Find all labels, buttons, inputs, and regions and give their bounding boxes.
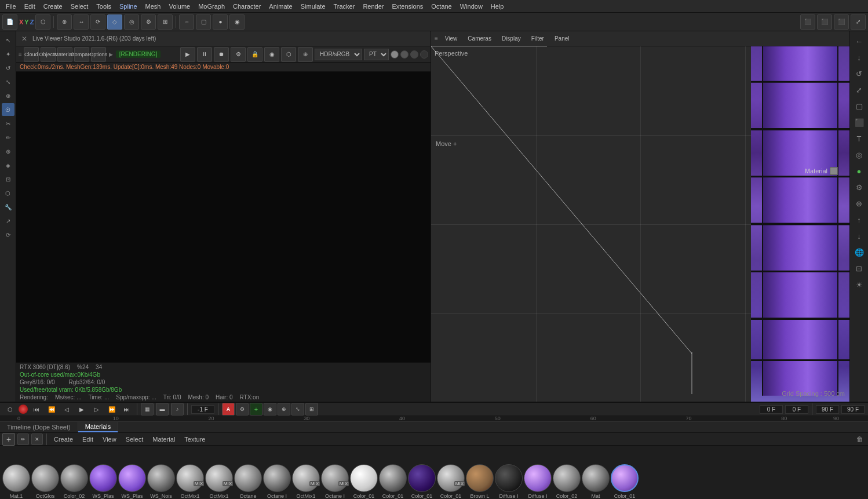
viewer-compare-btn[interactable]: Compare [74,47,89,62]
prev-frame-btn[interactable]: ⏪ [45,403,58,416]
right-sun-icon[interactable]: ☀ [852,277,867,292]
menu-render[interactable]: Render [359,2,387,11]
right-upload-icon[interactable]: ↑ [852,212,867,227]
add-material-btn[interactable]: + [2,433,15,446]
right-crop-icon[interactable]: ⊡ [852,261,867,276]
material-item-11[interactable]: MIXOctane I [321,464,349,499]
play-forward-btn[interactable]: ▷ [90,403,103,416]
mat-menu-edit[interactable]: Edit [79,435,97,444]
viewer-cam2-btn[interactable]: ⊕ [298,47,313,62]
right-target-icon[interactable]: ◎ [852,147,867,162]
right-globe-icon[interactable]: 🌐 [852,245,867,260]
right-cube-icon[interactable]: ⬛ [852,115,867,130]
tool-scale[interactable]: ⤡ [2,75,14,88]
viewer-play-btn[interactable]: ▶ [180,47,195,62]
toolbar-world-btn[interactable]: ⬡ [35,14,50,30]
tab-materials[interactable]: Materials [78,422,119,432]
viewport-filter-menu[interactable]: Filter [528,34,548,43]
right-refresh-icon[interactable]: ↺ [852,66,867,81]
octane-gear-btn[interactable]: ⚙ [236,403,249,416]
play-btn[interactable]: ▶ [75,403,88,416]
toolbar-edge-btn[interactable]: ▢ [196,14,211,30]
material-item-19[interactable]: Color_02 [553,464,581,499]
toolbar-extra-btn[interactable]: ◉ [229,14,245,30]
toolbar-poly-btn[interactable]: ◇ [107,14,122,30]
mat-menu-select[interactable]: Select [122,435,147,444]
tool-move[interactable]: ✦ [2,48,14,60]
toolbar-move-btn[interactable]: ↔ [74,14,89,30]
right-square-icon[interactable]: ▢ [852,99,867,114]
live-viewer-close[interactable]: ✕ [20,34,29,43]
viewer-pause-btn[interactable]: ⏸ [197,47,212,62]
menu-extensions[interactable]: Extensions [388,2,426,11]
viewport-display-menu[interactable]: Display [498,34,524,43]
mat-menu-create[interactable]: Create [50,435,76,444]
viewport-cameras-menu[interactable]: Cameras [464,34,495,43]
toolbar-scene-btn[interactable]: ⬛ [817,14,832,30]
viewer-cloud-btn[interactable]: Cloud [24,47,39,62]
octane-plus-btn[interactable]: + [250,403,262,416]
right-down-icon[interactable]: ↓ [852,50,867,65]
viewer-cam-btn[interactable]: ⬡ [281,47,296,62]
viewer-cam3-btn[interactable] [410,50,418,59]
timeline-mode-btn[interactable]: ▦ [141,403,154,416]
viewer-materials-btn[interactable]: Materials [57,47,72,62]
octane-scale-btn[interactable]: ⤡ [291,403,304,416]
material-item-15[interactable]: MIXColor_01 [437,464,465,499]
toolbar-poly2-btn[interactable]: ● [213,14,228,30]
tool-select[interactable]: ↖ [2,34,14,46]
material-item-1[interactable]: OctGlos [31,464,59,499]
viewer-lock-btn[interactable]: 🔒 [247,47,262,62]
right-link-icon[interactable]: ⊕ [852,196,867,211]
tool-magnet[interactable]: ⊛ [2,145,14,158]
goto-start-btn[interactable]: ⏮ [30,403,43,416]
material-item-2[interactable]: Color_02 [60,464,88,499]
material-item-3[interactable]: WS_Plas [89,464,117,499]
viewer-hdr-select[interactable]: HDR/sRGB [315,49,362,60]
viewer-record-btn[interactable]: ⏺ [214,47,229,62]
menu-tracker[interactable]: Tracker [330,2,359,11]
viewer-objects-btn[interactable]: Objects [41,47,56,62]
material-item-17[interactable]: Diffuse I [495,464,523,499]
material-item-14[interactable]: Color_01 [408,464,436,499]
material-item-0[interactable]: Mat.1 [2,464,30,499]
tab-timeline[interactable]: Timeline (Dope Sheet) [0,422,78,432]
tool-brush[interactable]: ✏ [2,131,14,144]
menu-simulate[interactable]: Simulate [297,2,329,11]
tool-rotate[interactable]: ↺ [2,61,14,74]
tool-arrow[interactable]: ↗ [2,214,14,227]
octane-camera-btn[interactable]: ⊕ [278,403,290,416]
viewport-panel-menu[interactable]: Panel [551,34,573,43]
tool-active[interactable]: ☉ [2,103,14,116]
menu-help[interactable]: Help [487,2,508,11]
material-item-5[interactable]: WS_Nois [147,464,175,499]
material-item-7[interactable]: MIXOctMix1 [205,464,233,499]
menu-animate[interactable]: Animate [265,2,296,11]
menu-create[interactable]: Create [40,2,66,11]
toolbar-render2-btn[interactable]: ⬛ [800,14,815,30]
viewer-dot1-btn[interactable] [391,50,399,59]
delete-mat-btn[interactable]: ✕ [31,434,43,445]
toolbar-expand-btn[interactable]: ⤢ [851,14,866,30]
menu-mograph[interactable]: MoGraph [195,2,228,11]
toolbar-file-btn[interactable]: 📄 [2,14,17,30]
material-item-6[interactable]: MIXOctMix1 [176,464,204,499]
timeline-bar-btn[interactable]: ▬ [156,403,169,416]
viewer-dot3-btn[interactable] [420,50,428,59]
octane-extra-btn[interactable]: ◉ [264,403,276,416]
viewer-pt-select[interactable]: PT [364,49,389,60]
material-item-20[interactable]: Mat [582,464,610,499]
next-frame-btn[interactable]: ⏩ [105,403,118,416]
toolbar-save-btn[interactable]: ⬛ [834,14,849,30]
timeline-audio-btn[interactable]: ♪ [171,403,184,416]
viewer-settings-btn[interactable]: ⚙ [231,47,246,62]
tool-transform[interactable]: ⊕ [2,89,14,102]
right-download-icon[interactable]: ↓ [852,228,867,243]
right-expand-icon[interactable]: ⤢ [852,82,867,97]
key-icon[interactable]: ⬡ [3,403,16,416]
right-green-icon[interactable]: ● [852,163,867,179]
menu-window[interactable]: Window [457,2,486,11]
octane-fit-btn[interactable]: ⊞ [305,403,318,416]
material-item-9[interactable]: Octane I [263,464,291,499]
menu-octane[interactable]: Octane [428,2,455,11]
